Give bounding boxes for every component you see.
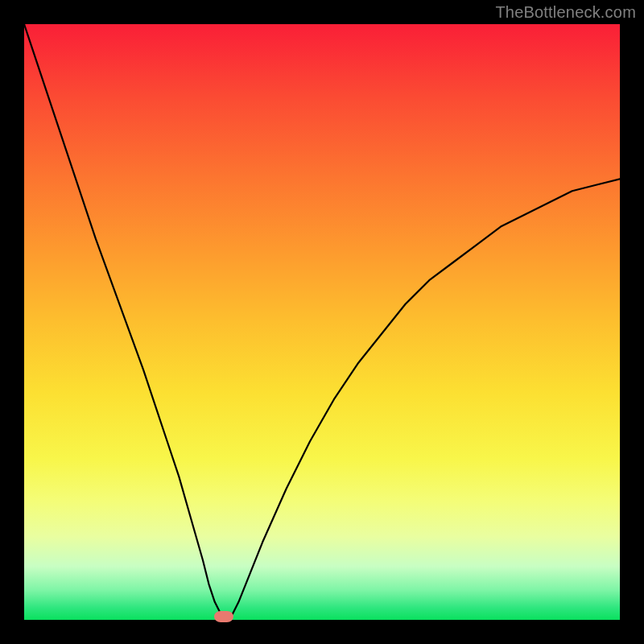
watermark-text: TheBottleneck.com — [495, 3, 636, 22]
bottleneck-curve — [24, 24, 620, 620]
chart-frame: TheBottleneck.com — [0, 0, 644, 644]
curve-path — [24, 24, 620, 620]
plot-area — [24, 24, 620, 620]
optimum-marker — [214, 611, 233, 622]
